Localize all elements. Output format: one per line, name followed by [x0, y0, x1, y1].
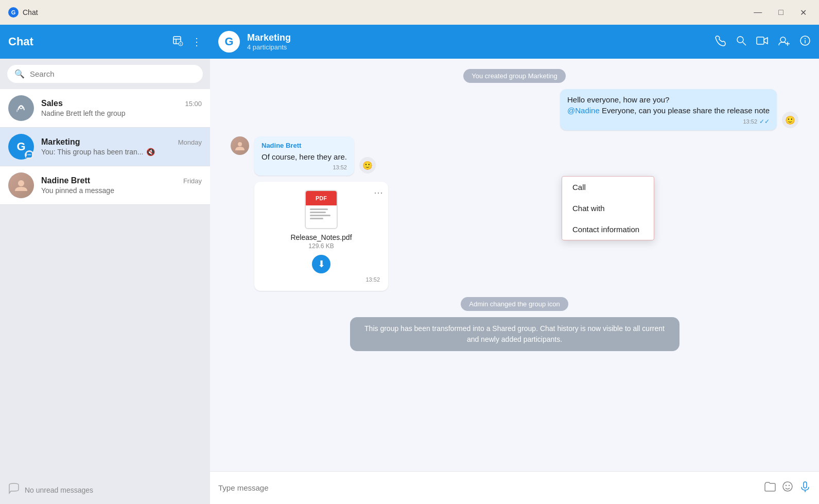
- msg-sender-nadine: Nadine Brett: [262, 142, 347, 149]
- message-input[interactable]: [218, 483, 758, 492]
- incoming-bubble-nadine: Nadine Brett Of course, here they are. 1…: [254, 136, 354, 176]
- sidebar-header: Chat + ⋮: [0, 25, 210, 59]
- folder-icon[interactable]: [764, 481, 776, 495]
- title-bar: G Chat — □ ✕: [0, 0, 819, 25]
- file-time: 13:52: [263, 276, 380, 283]
- system-message-transformed: This group has been transformed into a S…: [231, 317, 798, 351]
- nadine-avatar: [8, 172, 34, 198]
- svg-point-10: [18, 180, 24, 186]
- add-participant-icon[interactable]: [778, 35, 790, 49]
- system-bubble-created: You created group Marketing: [463, 69, 565, 83]
- outgoing-bubble-1: Hello everyone, how are you? @Nadine Eve…: [560, 89, 777, 130]
- file-icon-container: PDF: [263, 190, 380, 229]
- info-icon[interactable]: [799, 35, 811, 49]
- minimize-button[interactable]: —: [750, 6, 766, 19]
- svg-point-22: [786, 484, 787, 485]
- search-input[interactable]: [30, 69, 196, 78]
- msg-time-1: 13:52: [743, 118, 757, 125]
- file-more-btn[interactable]: ⋯: [374, 187, 383, 198]
- context-menu-chat-with[interactable]: Chat with: [562, 198, 654, 219]
- context-menu-contact-info[interactable]: Contact information: [562, 219, 654, 240]
- sales-avatar: [8, 95, 34, 121]
- svg-point-20: [238, 142, 242, 146]
- search-icon: 🔍: [14, 69, 25, 79]
- svg-point-8: [29, 154, 30, 155]
- chat-participants: 4 participants: [247, 43, 708, 51]
- system-bubble-icon: Admin changed the group icon: [461, 297, 568, 311]
- sidebar-title: Chat: [8, 35, 33, 48]
- marketing-info: Marketing Monday You: This group has bee…: [41, 137, 202, 156]
- sales-name: Sales: [41, 99, 63, 108]
- sidebar-header-icons: + ⋮: [172, 35, 202, 49]
- mention-nadine: @Nadine: [567, 106, 600, 115]
- call-icon[interactable]: [715, 35, 726, 49]
- search-box[interactable]: 🔍: [7, 65, 203, 83]
- file-download: ⬇: [263, 255, 380, 273]
- pdf-icon: PDF: [305, 190, 338, 229]
- close-button[interactable]: ✕: [796, 6, 811, 20]
- compose-icon[interactable]: +: [172, 35, 183, 49]
- group-notice: This group has been transformed into a S…: [350, 317, 679, 351]
- chat-area: G Marketing 4 participants: [210, 25, 819, 504]
- chat-header-info: Marketing 4 participants: [247, 32, 708, 51]
- sidebar: Chat + ⋮ 🔍: [0, 25, 210, 504]
- sales-preview: Nadine Brett left the group: [41, 109, 202, 117]
- file-size: 129.6 KB: [263, 242, 380, 250]
- nadine-info: Nadine Brett Friday You pinned a message: [41, 176, 202, 195]
- outgoing-text-1: Hello everyone, how are you?: [567, 94, 770, 105]
- msg-check-1: ✓✓: [759, 118, 770, 125]
- svg-point-19: [805, 38, 806, 39]
- chat-item-nadine[interactable]: Nadine Brett Friday You pinned a message: [0, 166, 210, 205]
- no-messages-text: No unread messages: [25, 486, 93, 494]
- chat-list: Sales 15:00 Nadine Brett left the group …: [0, 89, 210, 476]
- title-bar-left: G Chat: [8, 7, 38, 18]
- svg-point-23: [789, 484, 790, 485]
- chat-header-actions: [715, 35, 811, 49]
- video-icon[interactable]: [756, 35, 769, 49]
- messages-container: You created group Marketing 🙂 Hello ever…: [210, 59, 819, 471]
- svg-rect-5: [15, 102, 27, 114]
- sidebar-footer: No unread messages: [0, 476, 210, 504]
- message-row-outgoing: 🙂 Hello everyone, how are you? @Nadine E…: [231, 89, 798, 130]
- context-menu-call[interactable]: Call: [562, 177, 654, 198]
- system-message-created: You created group Marketing: [231, 69, 798, 83]
- search-container: 🔍: [0, 59, 210, 89]
- message-row-file: ⋯ PDF: [231, 182, 798, 291]
- mute-icon: 🔇: [146, 148, 155, 156]
- microphone-icon[interactable]: [799, 481, 811, 495]
- message-row-nadine: Nadine Brett Of course, here they are. 1…: [231, 136, 798, 176]
- chat-header-avatar: G: [218, 31, 240, 53]
- download-button[interactable]: ⬇: [312, 255, 330, 273]
- file-name: Release_Notes.pdf: [263, 233, 380, 241]
- svg-text:+: +: [180, 42, 182, 46]
- maximize-button[interactable]: □: [774, 6, 788, 19]
- app-title: Chat: [23, 8, 38, 16]
- search-chat-icon[interactable]: [736, 35, 747, 49]
- main-container: Chat + ⋮ 🔍: [0, 25, 819, 504]
- nadine-name: Nadine Brett: [41, 176, 90, 185]
- file-bubble: ⋯ PDF: [254, 182, 388, 291]
- emoji-reaction-btn-1[interactable]: 🙂: [782, 112, 798, 128]
- sales-info: Sales 15:00 Nadine Brett left the group: [41, 99, 202, 117]
- marketing-name: Marketing: [41, 137, 80, 147]
- svg-point-14: [780, 37, 786, 42]
- chat-item-sales[interactable]: Sales 15:00 Nadine Brett left the group: [0, 89, 210, 128]
- emoji-reaction-btn-2[interactable]: 🙂: [359, 157, 376, 173]
- sales-time: 15:00: [185, 100, 202, 108]
- msg-time-nadine: 13:52: [333, 164, 347, 170]
- chat-item-marketing[interactable]: G Marketing Monday: [0, 128, 210, 166]
- emoji-icon[interactable]: [782, 481, 793, 495]
- window-controls: — □ ✕: [750, 6, 811, 20]
- svg-point-21: [783, 482, 792, 491]
- chat-header: G Marketing 4 participants: [210, 25, 819, 59]
- chat-name: Marketing: [247, 32, 708, 43]
- svg-point-9: [30, 154, 31, 155]
- message-input-bar: [210, 471, 819, 504]
- more-icon[interactable]: ⋮: [191, 36, 202, 48]
- svg-point-7: [28, 154, 29, 155]
- app-logo: G: [8, 7, 19, 18]
- marketing-preview: You: This group has been tran... 🔇: [41, 148, 202, 156]
- marketing-time: Monday: [178, 138, 202, 146]
- svg-line-12: [743, 42, 746, 45]
- nadine-msg-avatar: [231, 136, 249, 155]
